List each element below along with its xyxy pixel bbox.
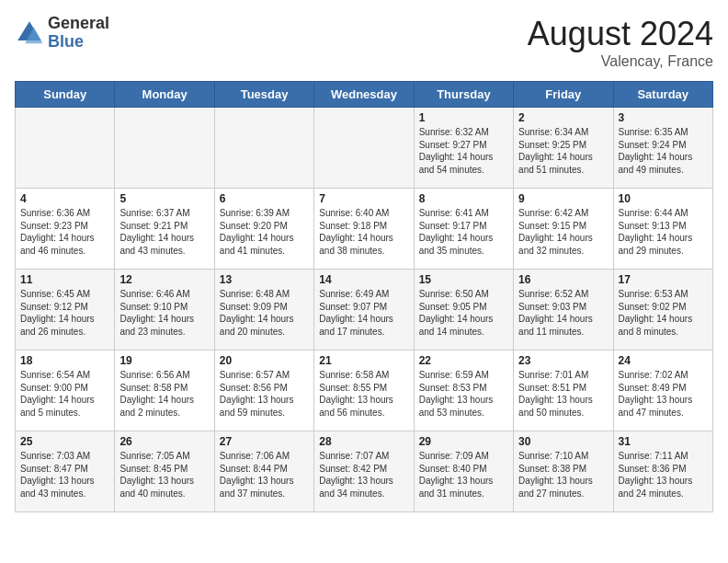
- day-number: 19: [119, 354, 209, 367]
- day-content: Sunrise: 7:10 AM Sunset: 8:38 PM Dayligh…: [518, 450, 608, 500]
- day-number: 1: [419, 111, 508, 124]
- day-content: Sunrise: 6:53 AM Sunset: 9:02 PM Dayligh…: [619, 288, 708, 338]
- calendar-cell: 20Sunrise: 6:57 AM Sunset: 8:56 PM Dayli…: [214, 350, 313, 431]
- day-content: Sunrise: 6:56 AM Sunset: 8:58 PM Dayligh…: [119, 369, 209, 419]
- day-number: 25: [20, 435, 109, 448]
- calendar-cell: 4Sunrise: 6:36 AM Sunset: 9:23 PM Daylig…: [16, 189, 115, 270]
- day-content: Sunrise: 7:07 AM Sunset: 8:42 PM Dayligh…: [319, 450, 408, 500]
- logo-blue-text: Blue: [48, 33, 109, 52]
- calendar-cell: 28Sunrise: 7:07 AM Sunset: 8:42 PM Dayli…: [314, 431, 414, 512]
- calendar-cell: 7Sunrise: 6:40 AM Sunset: 9:18 PM Daylig…: [314, 189, 414, 270]
- calendar-cell: 18Sunrise: 6:54 AM Sunset: 9:00 PM Dayli…: [16, 350, 115, 431]
- calendar-cell: 26Sunrise: 7:05 AM Sunset: 8:45 PM Dayli…: [115, 431, 214, 512]
- calendar-cell: 29Sunrise: 7:09 AM Sunset: 8:40 PM Dayli…: [414, 431, 513, 512]
- day-number: 7: [319, 192, 408, 205]
- day-number: 9: [518, 192, 608, 205]
- day-content: Sunrise: 6:52 AM Sunset: 9:03 PM Dayligh…: [518, 288, 608, 338]
- day-number: 26: [119, 435, 209, 448]
- weekday-header-saturday: Saturday: [613, 82, 712, 108]
- day-number: 27: [220, 435, 309, 448]
- day-content: Sunrise: 7:09 AM Sunset: 8:40 PM Dayligh…: [419, 450, 508, 500]
- day-number: 4: [20, 192, 109, 205]
- calendar-cell: 22Sunrise: 6:59 AM Sunset: 8:53 PM Dayli…: [414, 350, 513, 431]
- weekday-header-wednesday: Wednesday: [314, 82, 414, 108]
- calendar-week-row: 18Sunrise: 6:54 AM Sunset: 9:00 PM Dayli…: [16, 350, 713, 431]
- weekday-header-tuesday: Tuesday: [214, 82, 313, 108]
- calendar-cell: 9Sunrise: 6:42 AM Sunset: 9:15 PM Daylig…: [514, 189, 613, 270]
- day-number: 2: [518, 111, 608, 124]
- calendar-cell: [314, 108, 414, 189]
- title-area: August 2024 Valencay, France: [528, 15, 713, 70]
- calendar-cell: 24Sunrise: 7:02 AM Sunset: 8:49 PM Dayli…: [613, 350, 712, 431]
- day-number: 20: [220, 354, 309, 367]
- calendar-cell: [16, 108, 115, 189]
- day-content: Sunrise: 6:42 AM Sunset: 9:15 PM Dayligh…: [518, 207, 608, 257]
- day-number: 23: [518, 354, 608, 367]
- day-content: Sunrise: 6:39 AM Sunset: 9:20 PM Dayligh…: [220, 207, 309, 257]
- day-number: 29: [419, 435, 508, 448]
- day-number: 8: [419, 192, 508, 205]
- weekday-header-thursday: Thursday: [414, 82, 513, 108]
- day-number: 14: [319, 273, 408, 286]
- calendar-table: SundayMondayTuesdayWednesdayThursdayFrid…: [15, 81, 713, 512]
- calendar-cell: 3Sunrise: 6:35 AM Sunset: 9:24 PM Daylig…: [613, 108, 712, 189]
- calendar-cell: 16Sunrise: 6:52 AM Sunset: 9:03 PM Dayli…: [514, 270, 613, 350]
- calendar-cell: 2Sunrise: 6:34 AM Sunset: 9:25 PM Daylig…: [514, 108, 613, 189]
- day-content: Sunrise: 6:36 AM Sunset: 9:23 PM Dayligh…: [20, 207, 109, 257]
- day-content: Sunrise: 6:37 AM Sunset: 9:21 PM Dayligh…: [119, 207, 209, 257]
- day-number: 31: [619, 435, 708, 448]
- weekday-header-monday: Monday: [115, 82, 214, 108]
- day-number: 10: [619, 192, 708, 205]
- day-content: Sunrise: 6:44 AM Sunset: 9:13 PM Dayligh…: [619, 207, 708, 257]
- day-content: Sunrise: 6:45 AM Sunset: 9:12 PM Dayligh…: [20, 288, 109, 338]
- day-content: Sunrise: 6:41 AM Sunset: 9:17 PM Dayligh…: [419, 207, 508, 257]
- day-content: Sunrise: 6:34 AM Sunset: 9:25 PM Dayligh…: [518, 126, 608, 176]
- calendar-cell: 10Sunrise: 6:44 AM Sunset: 9:13 PM Dayli…: [613, 189, 712, 270]
- day-content: Sunrise: 6:32 AM Sunset: 9:27 PM Dayligh…: [419, 126, 508, 176]
- calendar-cell: [115, 108, 214, 189]
- day-content: Sunrise: 6:49 AM Sunset: 9:07 PM Dayligh…: [319, 288, 408, 338]
- calendar-week-row: 25Sunrise: 7:03 AM Sunset: 8:47 PM Dayli…: [16, 431, 713, 512]
- calendar-header-row: SundayMondayTuesdayWednesdayThursdayFrid…: [16, 82, 713, 108]
- weekday-header-friday: Friday: [514, 82, 613, 108]
- calendar-cell: 15Sunrise: 6:50 AM Sunset: 9:05 PM Dayli…: [414, 270, 513, 350]
- day-number: 3: [619, 111, 708, 124]
- calendar-cell: [214, 108, 313, 189]
- calendar-week-row: 1Sunrise: 6:32 AM Sunset: 9:27 PM Daylig…: [16, 108, 713, 189]
- day-content: Sunrise: 7:01 AM Sunset: 8:51 PM Dayligh…: [518, 369, 608, 419]
- calendar-title: August 2024: [528, 15, 713, 53]
- day-number: 17: [619, 273, 708, 286]
- day-number: 11: [20, 273, 109, 286]
- day-content: Sunrise: 6:46 AM Sunset: 9:10 PM Dayligh…: [119, 288, 209, 338]
- day-number: 28: [319, 435, 408, 448]
- day-number: 18: [20, 354, 109, 367]
- calendar-cell: 12Sunrise: 6:46 AM Sunset: 9:10 PM Dayli…: [115, 270, 214, 350]
- day-content: Sunrise: 7:11 AM Sunset: 8:36 PM Dayligh…: [619, 450, 708, 500]
- day-content: Sunrise: 6:54 AM Sunset: 9:00 PM Dayligh…: [20, 369, 109, 419]
- calendar-cell: 17Sunrise: 6:53 AM Sunset: 9:02 PM Dayli…: [613, 270, 712, 350]
- calendar-week-row: 11Sunrise: 6:45 AM Sunset: 9:12 PM Dayli…: [16, 270, 713, 350]
- day-content: Sunrise: 6:59 AM Sunset: 8:53 PM Dayligh…: [419, 369, 508, 419]
- header: General Blue August 2024 Valencay, Franc…: [15, 15, 713, 70]
- logo-general-text: General: [48, 15, 109, 33]
- day-content: Sunrise: 7:05 AM Sunset: 8:45 PM Dayligh…: [119, 450, 209, 500]
- calendar-cell: 19Sunrise: 6:56 AM Sunset: 8:58 PM Dayli…: [115, 350, 214, 431]
- calendar-cell: 14Sunrise: 6:49 AM Sunset: 9:07 PM Dayli…: [314, 270, 414, 350]
- calendar-cell: 27Sunrise: 7:06 AM Sunset: 8:44 PM Dayli…: [214, 431, 313, 512]
- day-content: Sunrise: 6:50 AM Sunset: 9:05 PM Dayligh…: [419, 288, 508, 338]
- calendar-cell: 31Sunrise: 7:11 AM Sunset: 8:36 PM Dayli…: [613, 431, 712, 512]
- calendar-cell: 13Sunrise: 6:48 AM Sunset: 9:09 PM Dayli…: [214, 270, 313, 350]
- day-number: 13: [220, 273, 309, 286]
- day-number: 12: [119, 273, 209, 286]
- day-content: Sunrise: 6:40 AM Sunset: 9:18 PM Dayligh…: [319, 207, 408, 257]
- day-number: 5: [119, 192, 209, 205]
- day-content: Sunrise: 7:03 AM Sunset: 8:47 PM Dayligh…: [20, 450, 109, 500]
- calendar-cell: 1Sunrise: 6:32 AM Sunset: 9:27 PM Daylig…: [414, 108, 513, 189]
- weekday-header-sunday: Sunday: [16, 82, 115, 108]
- day-number: 22: [419, 354, 508, 367]
- day-number: 6: [220, 192, 309, 205]
- day-content: Sunrise: 7:06 AM Sunset: 8:44 PM Dayligh…: [220, 450, 309, 500]
- calendar-cell: 23Sunrise: 7:01 AM Sunset: 8:51 PM Dayli…: [514, 350, 613, 431]
- calendar-cell: 6Sunrise: 6:39 AM Sunset: 9:20 PM Daylig…: [214, 189, 313, 270]
- day-number: 30: [518, 435, 608, 448]
